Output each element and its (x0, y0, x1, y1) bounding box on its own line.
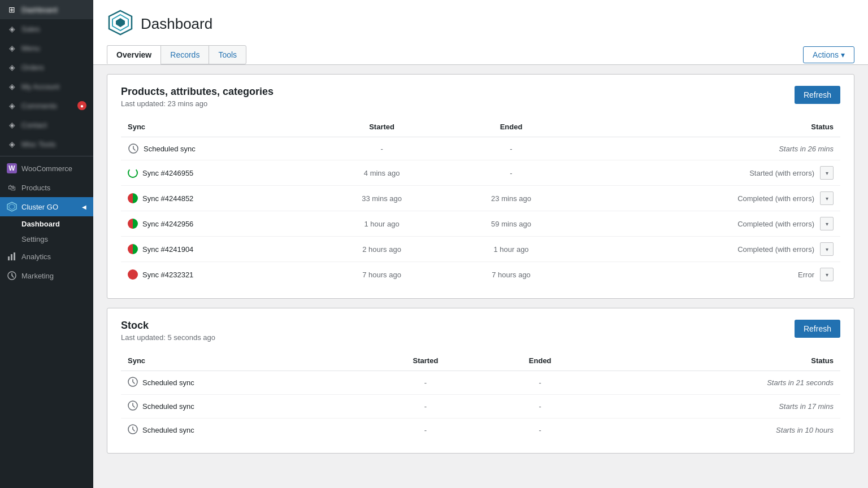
cluster-go-icon (7, 202, 17, 212)
table-row: Scheduled sync - - Starts in 21 seconds (121, 371, 840, 395)
started-cell: - (366, 371, 485, 395)
sidebar-item-sub-settings[interactable]: Settings (0, 232, 93, 247)
col-started-1: Started (317, 117, 446, 137)
sidebar-item-orders[interactable]: ◈ Orders (0, 58, 93, 77)
col-ended-2: Ended (485, 351, 595, 371)
sidebar-item-my-account[interactable]: ◈ My Account (0, 77, 93, 96)
status-text: Completed (with errors) (737, 194, 814, 203)
sync-name-text: Scheduled sync (144, 145, 196, 153)
actions-label: Actions (813, 50, 839, 59)
running-icon (128, 168, 138, 178)
marketing-icon (7, 271, 17, 281)
ended-cell: 23 mins ago (446, 186, 576, 211)
table-row: Scheduled sync - - Starts in 17 mins (121, 395, 840, 419)
sidebar-item-contact[interactable]: ◈ Contact (0, 115, 93, 134)
actions-button[interactable]: Actions ▾ (803, 46, 854, 63)
started-cell: 1 hour ago (317, 211, 446, 237)
status-dropdown-button[interactable]: ▾ (820, 217, 834, 230)
started-cell: 2 hours ago (317, 237, 446, 262)
sidebar: ⊞ Dashboard ◈ Sales ◈ Menu ◈ Orders ◈ My… (0, 0, 93, 488)
section-products-attributes: Products, attributes, categories Last up… (107, 74, 854, 299)
sidebar-item-dashboard-wp[interactable]: ⊞ Dashboard (0, 0, 93, 19)
cluster-go-arrow-icon: ◀ (82, 204, 86, 210)
sidebar-item-woocommerce[interactable]: W WooCommerce (0, 159, 93, 178)
sidebar-item-marketing[interactable]: Marketing (0, 266, 93, 285)
refresh-button-stock[interactable]: Refresh (795, 320, 840, 338)
status-dropdown-button[interactable]: ▾ (820, 191, 834, 205)
tabs-row: Overview Records Tools Actions ▾ (107, 45, 854, 64)
sidebar-item-cluster-go[interactable]: Cluster GO ◀ (0, 197, 93, 216)
sidebar-item-sales[interactable]: ◈ Sales (0, 19, 93, 38)
started-cell: 33 mins ago (317, 186, 446, 211)
header-title-row: Dashboard (107, 9, 854, 38)
tab-records[interactable]: Records (160, 45, 209, 64)
status-dropdown-button[interactable]: ▾ (820, 268, 834, 281)
sidebar-divider-1 (0, 156, 93, 156)
sync-name-cell: Scheduled sync (128, 424, 359, 436)
scheduled-icon (128, 377, 138, 389)
sidebar-item-comments[interactable]: ◈ Comments ● (0, 96, 93, 115)
section-products-header: Products, attributes, categories Last up… (121, 86, 840, 108)
table-row: Scheduled sync - - Starts in 26 mins (121, 137, 840, 160)
dashboard-wp-icon: ⊞ (7, 5, 17, 15)
sync-table-products: Sync Started Ended Status (121, 117, 840, 287)
menu-icon: ◈ (7, 43, 17, 53)
started-cell: - (366, 419, 485, 442)
sidebar-item-misc[interactable]: ◈ Misc Tools (0, 134, 93, 154)
refresh-button-products[interactable]: Refresh (795, 86, 840, 104)
sidebar-item-analytics[interactable]: Analytics (0, 247, 93, 266)
sidebar-item-products[interactable]: 🛍 Products (0, 178, 93, 197)
main-content: Dashboard Overview Records Tools Actions… (93, 0, 868, 488)
comments-badge: ● (77, 101, 86, 110)
section-stock-subtitle: Last updated: 5 seconds ago (121, 333, 215, 342)
completed-error-icon (128, 219, 138, 229)
sidebar-marketing-label: Marketing (21, 272, 86, 280)
scheduled-icon (128, 424, 138, 436)
sub-dashboard-label: Dashboard (21, 220, 60, 228)
sync-name-text: Scheduled sync (142, 402, 194, 411)
table-row: Sync #4241904 2 hours ago 1 hour ago Com… (121, 237, 840, 262)
sidebar-item-menu[interactable]: ◈ Menu (0, 38, 93, 58)
ended-cell: - (446, 160, 576, 186)
status-dropdown-button[interactable]: ▾ (820, 166, 834, 180)
ended-cell: 1 hour ago (446, 237, 576, 262)
sidebar-products-label: Products (21, 184, 86, 192)
tab-overview[interactable]: Overview (107, 45, 161, 64)
tab-tools[interactable]: Tools (209, 45, 246, 64)
orders-icon: ◈ (7, 62, 17, 72)
started-cell: 7 hours ago (317, 262, 446, 287)
svg-rect-2 (8, 256, 10, 260)
sync-name-cell: Sync #4241904 (128, 244, 310, 254)
status-text: Starts in 21 seconds (767, 378, 834, 387)
ended-cell: - (485, 419, 595, 442)
col-ended-1: Ended (446, 117, 576, 137)
sync-name-text: Scheduled sync (142, 378, 194, 387)
sync-name-cell: Sync #4232321 (128, 269, 310, 280)
status-text: Starts in 26 mins (779, 145, 834, 153)
section-products-subtitle: Last updated: 23 mins ago (121, 99, 274, 108)
svg-marker-0 (7, 202, 16, 211)
sync-name-text: Scheduled sync (142, 426, 194, 434)
sidebar-item-sub-dashboard[interactable]: Dashboard (0, 216, 93, 232)
col-sync-1: Sync (121, 117, 317, 137)
my-account-icon: ◈ (7, 81, 17, 91)
status-dropdown-button[interactable]: ▾ (820, 242, 834, 256)
error-icon (128, 269, 138, 280)
sync-name-text: Sync #4246955 (142, 169, 193, 177)
scheduled-icon (128, 400, 138, 412)
status-text: Starts in 17 mins (779, 402, 834, 411)
table-row: Sync #4246955 4 mins ago - Started (with… (121, 160, 840, 186)
started-cell: - (317, 137, 446, 160)
header-bar: Dashboard Overview Records Tools Actions… (93, 0, 868, 65)
sync-name-text: Sync #4241904 (142, 245, 193, 254)
table-row: Sync #4242956 1 hour ago 59 mins ago Com… (121, 211, 840, 237)
sync-table-products-body: Scheduled sync - - Starts in 26 mins (121, 137, 840, 287)
status-text: Completed (with errors) (737, 245, 814, 254)
table-row: Scheduled sync - - Starts in 10 hours (121, 419, 840, 442)
sync-table-stock: Sync Started Ended Status S (121, 351, 840, 442)
sync-name-cell: Sync #4242956 (128, 219, 310, 229)
sync-name-cell: Scheduled sync (128, 377, 359, 389)
col-status-2: Status (595, 351, 840, 371)
sync-name-cell: Scheduled sync (128, 143, 310, 154)
app-logo (107, 9, 134, 38)
